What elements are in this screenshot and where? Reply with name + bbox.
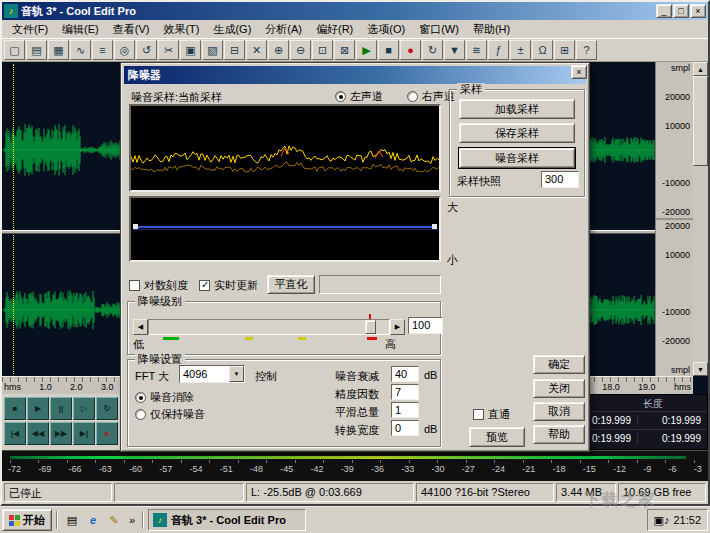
menu-item[interactable]: 选项(O)	[360, 20, 412, 39]
menu-item[interactable]: 分析(A)	[258, 20, 309, 39]
vertical-scrollbar[interactable]: ▲ ▼	[693, 62, 708, 376]
filter-icon[interactable]: Ω	[532, 40, 553, 60]
play-looped-button[interactable]: ↻	[96, 397, 118, 420]
keep-noise-radio[interactable]: 仅保持噪音	[135, 407, 205, 422]
graph-handle-right[interactable]	[432, 224, 437, 229]
get-noise-sample-button[interactable]: 噪音采样	[459, 148, 575, 168]
task-button-cool-edit[interactable]: ♪ 音轨 3* - Cool Edit Pro	[148, 509, 306, 531]
bypass-checkbox[interactable]: 直通	[473, 407, 510, 422]
desktop-icon[interactable]: ▤	[62, 510, 82, 530]
load-sample-button[interactable]: 加载采样	[459, 99, 575, 119]
amplitude-ruler[interactable]: smpl2000010000-10000-20000 2000010000-10…	[655, 62, 693, 376]
remove-noise-radio[interactable]: 噪音消除	[135, 390, 194, 405]
slider-right-icon[interactable]: ▶	[390, 319, 405, 335]
dropdown-arrow-icon[interactable]: ▼	[229, 366, 244, 382]
minimize-button[interactable]: _	[656, 4, 672, 18]
undo-icon[interactable]: ↺	[136, 40, 157, 60]
left-channel-radio[interactable]: 左声道	[335, 89, 383, 104]
ok-button[interactable]: 确定	[533, 355, 585, 374]
ie-icon[interactable]: e	[83, 510, 103, 530]
level-input[interactable]: 100	[408, 317, 443, 334]
scroll-down-icon[interactable]: ▼	[693, 362, 708, 376]
realtime-update-checkbox[interactable]: 实时更新	[199, 278, 258, 293]
new-file-icon[interactable]: ▢	[4, 40, 25, 60]
precision-input[interactable]: 7	[391, 384, 419, 400]
open-file-icon[interactable]: ▤	[26, 40, 47, 60]
maximize-button[interactable]: □	[673, 4, 689, 18]
menu-item[interactable]: 帮助(H)	[466, 20, 517, 39]
cd-player-icon[interactable]: ◎	[114, 40, 135, 60]
slider-track[interactable]	[148, 319, 390, 335]
slider-left-icon[interactable]: ◀	[133, 319, 148, 335]
attenuation-input[interactable]: 40	[391, 366, 419, 382]
menu-item[interactable]: 生成(G)	[206, 20, 258, 39]
fft-size-dropdown[interactable]: 4096 ▼	[179, 365, 245, 383]
close-dialog-button[interactable]: 关闭	[533, 379, 585, 398]
multitrack-view-icon[interactable]: ≡	[92, 40, 113, 60]
loop-icon[interactable]: ↻	[422, 40, 443, 60]
noise-level-slider[interactable]: ◀ ▶	[133, 319, 405, 335]
marker-icon[interactable]: ▼	[444, 40, 465, 60]
graph-handle-left[interactable]	[133, 224, 138, 229]
settings-icon[interactable]: ⊞	[554, 40, 575, 60]
delete-icon[interactable]: ✕	[246, 40, 267, 60]
stop-button[interactable]: ■	[4, 397, 26, 420]
save-file-icon[interactable]: ▦	[48, 40, 69, 60]
play-icon[interactable]: ▶	[356, 40, 377, 60]
volume-icon[interactable]: ♪	[664, 514, 670, 526]
edit-view-icon[interactable]: ∿	[70, 40, 91, 60]
scrollbar-track[interactable]	[693, 166, 708, 362]
snapshot-input[interactable]: 300	[541, 171, 579, 188]
trim-icon[interactable]: ⊟	[224, 40, 245, 60]
effects-icon[interactable]: ƒ	[488, 40, 509, 60]
close-button[interactable]: ×	[690, 4, 706, 18]
log-scale-checkbox[interactable]: 对数刻度	[129, 278, 188, 293]
menu-item[interactable]: 偏好(R)	[309, 20, 360, 39]
spectral-view-icon[interactable]: ≋	[466, 40, 487, 60]
flatten-button[interactable]: 平直化	[267, 275, 315, 294]
noise-floor-graph[interactable]	[129, 196, 441, 262]
record-button[interactable]: ●	[96, 422, 118, 445]
scanner-icon[interactable]: ▣	[654, 514, 664, 526]
go-to-end-button[interactable]: ▶|	[73, 422, 95, 445]
amplify-icon[interactable]: ±	[510, 40, 531, 60]
play-to-end-button[interactable]: ▷	[73, 397, 95, 420]
menu-item[interactable]: 效果(T)	[156, 20, 206, 39]
start-button[interactable]: 开始	[2, 509, 52, 531]
help-icon[interactable]: ?	[576, 40, 597, 60]
menu-item[interactable]: 窗口(W)	[412, 20, 466, 39]
playback-cursor[interactable]	[13, 64, 14, 374]
edit-tool-icon[interactable]: ✎	[104, 510, 124, 530]
right-channel-radio[interactable]: 右声道	[407, 89, 455, 104]
cut-icon[interactable]: ✂	[158, 40, 179, 60]
menu-item[interactable]: 编辑(E)	[55, 20, 106, 39]
slider-thumb[interactable]	[365, 320, 376, 334]
zoom-full-icon[interactable]: ⊠	[334, 40, 355, 60]
copy-icon[interactable]: ▣	[180, 40, 201, 60]
fast-forward-button[interactable]: ▶▶	[50, 422, 72, 445]
go-to-start-button[interactable]: |◀	[4, 422, 26, 445]
scroll-up-icon[interactable]: ▲	[693, 62, 708, 76]
noise-floor-line[interactable]	[133, 226, 437, 228]
zoom-out-icon[interactable]: ⊖	[290, 40, 311, 60]
rewind-button[interactable]: ◀◀	[27, 422, 49, 445]
transition-input[interactable]: 0	[391, 420, 419, 436]
dialog-titlebar[interactable]: 降噪器	[124, 66, 586, 84]
cancel-button[interactable]: 取消	[533, 402, 585, 421]
menu-item[interactable]: 查看(V)	[106, 20, 157, 39]
play-button[interactable]: ▶	[27, 397, 49, 420]
save-sample-button[interactable]: 保存采样	[459, 123, 575, 143]
scrollbar-thumb[interactable]	[693, 76, 708, 166]
smoothing-input[interactable]: 1	[391, 402, 419, 418]
quick-launch-expand-icon[interactable]: »	[126, 510, 138, 530]
preview-button[interactable]: 预览	[469, 427, 525, 447]
pause-button[interactable]: ||	[50, 397, 72, 420]
help-button[interactable]: 帮助	[533, 425, 585, 444]
stop-icon[interactable]: ■	[378, 40, 399, 60]
menu-item[interactable]: 文件(F)	[5, 20, 55, 39]
paste-icon[interactable]: ▧	[202, 40, 223, 60]
dialog-close-icon[interactable]: ×	[571, 65, 587, 79]
zoom-in-icon[interactable]: ⊕	[268, 40, 289, 60]
zoom-selection-icon[interactable]: ⊡	[312, 40, 333, 60]
record-icon[interactable]: ●	[400, 40, 421, 60]
